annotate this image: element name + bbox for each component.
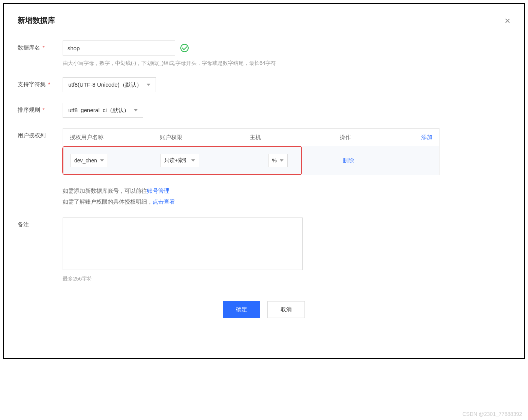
row-charset: 支持字符集 * utf8(UTF-8 Unicode)（默认） — [18, 77, 510, 92]
auth-user-select[interactable]: dev_chen — [70, 154, 108, 167]
col-user-header: 授权用户名称 — [70, 134, 160, 141]
ok-button[interactable]: 确定 — [223, 301, 260, 318]
label-charset: 支持字符集 * — [18, 77, 63, 88]
db-name-hint: 由大小写字母，数字，中划线(-)，下划线(_)组成,字母开头，字母或是数字结尾，… — [63, 60, 510, 67]
check-circle-icon — [180, 44, 189, 52]
chevron-down-icon — [100, 159, 104, 162]
col-host-header: 主机 — [250, 134, 340, 141]
dialog-footer: 确定 取消 — [18, 301, 510, 318]
remark-textarea[interactable] — [63, 218, 303, 270]
required-mark: * — [41, 44, 45, 51]
dialog-header: 新增数据库 × — [18, 15, 510, 26]
auth-table: 授权用户名称 账户权限 主机 操作 添加 dev_chen — [63, 128, 440, 175]
label-remark: 备注 — [18, 218, 63, 228]
auth-host-select[interactable]: % — [268, 154, 288, 167]
view-details-link[interactable]: 点击查看 — [153, 198, 175, 205]
collation-select[interactable]: utf8_general_ci（默认） — [63, 103, 143, 118]
auth-info-block: 如需添加新数据库账号，可以前往账号管理 如需了解账户权限的具体授权明细，点击查看 — [63, 186, 510, 207]
col-perm-header: 账户权限 — [160, 134, 250, 141]
highlighted-row-box: dev_chen 只读+索引 — [62, 146, 302, 175]
chevron-down-icon — [191, 159, 195, 162]
remark-hint: 最多256字符 — [63, 276, 510, 282]
label-collation: 排序规则 * — [18, 103, 63, 114]
required-mark: * — [46, 81, 50, 87]
auth-table-row: dev_chen 只读+索引 — [63, 146, 439, 175]
required-mark: * — [41, 106, 45, 113]
chevron-down-icon — [147, 84, 150, 86]
col-op-header: 操作 — [340, 134, 407, 141]
auth-perm-select[interactable]: 只读+索引 — [160, 154, 199, 167]
dialog-container: 新增数据库 × 数据库名 * 由大小写字母，数字，中划线(-)，下划线(_)组成… — [3, 3, 525, 359]
row-auth: 用户授权列 授权用户名称 账户权限 主机 操作 添加 dev_chen — [18, 128, 510, 207]
chevron-down-icon — [280, 159, 284, 162]
label-auth: 用户授权列 — [18, 128, 63, 139]
db-name-input[interactable] — [63, 40, 175, 56]
row-collation: 排序规则 * utf8_general_ci（默认） — [18, 103, 510, 118]
delete-row-link[interactable]: 删除 — [343, 157, 354, 164]
cancel-button[interactable]: 取消 — [267, 301, 305, 318]
charset-select[interactable]: utf8(UTF-8 Unicode)（默认） — [63, 77, 156, 92]
auth-table-header: 授权用户名称 账户权限 主机 操作 添加 — [63, 129, 439, 146]
row-remark: 备注 最多256字符 — [18, 218, 510, 282]
dialog-title: 新增数据库 — [18, 15, 55, 26]
account-manage-link[interactable]: 账号管理 — [147, 188, 170, 194]
add-user-link[interactable]: 添加 — [421, 134, 432, 140]
label-db-name: 数据库名 * — [18, 40, 63, 51]
row-db-name: 数据库名 * 由大小写字母，数字，中划线(-)，下划线(_)组成,字母开头，字母… — [18, 40, 510, 67]
close-icon[interactable]: × — [505, 16, 510, 26]
chevron-down-icon — [134, 109, 138, 111]
